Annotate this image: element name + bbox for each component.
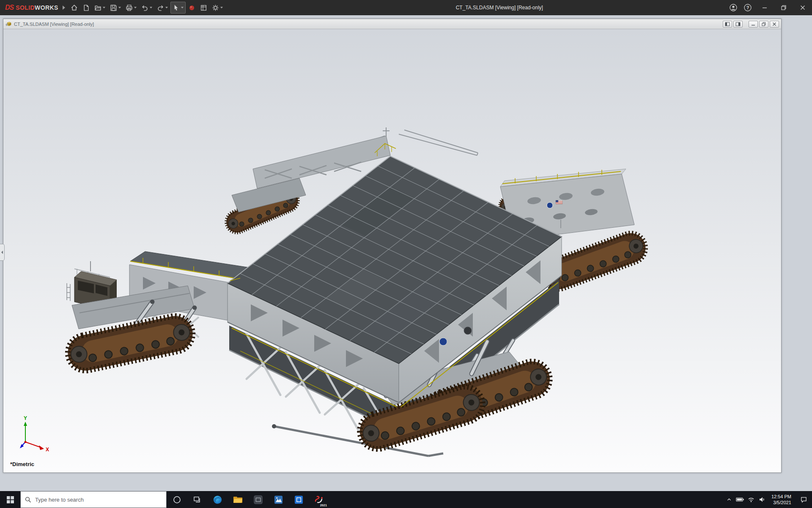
save-icon	[110, 4, 117, 11]
solidworks-app-icon	[314, 494, 324, 505]
volume-status[interactable]	[757, 491, 768, 508]
chevron-up-icon	[726, 497, 732, 502]
new-document-button[interactable]	[80, 2, 92, 14]
home-icon	[71, 4, 78, 11]
triad-x-label: X	[46, 447, 49, 453]
triad-y-label: Y	[24, 415, 27, 421]
sheet-icon	[200, 4, 207, 11]
us-flag	[556, 200, 562, 204]
user-account-icon	[729, 3, 738, 12]
taskbar: 2021 12:54 PM 3/5/2021	[0, 491, 812, 508]
app-photos-button[interactable]	[268, 491, 288, 508]
solidworks-taskbar-button[interactable]: 2021	[309, 491, 329, 508]
app-client-area: CT_TA.SLDASM [Viewing] [Read-only]	[0, 15, 812, 491]
battery-status[interactable]	[735, 491, 746, 508]
restore-button[interactable]	[774, 0, 793, 15]
print-dropdown-caret-icon[interactable]	[134, 7, 137, 8]
desktop: DS SOLIDWORKS	[0, 0, 812, 508]
task-view-button[interactable]	[187, 491, 207, 508]
cortana-icon	[173, 496, 181, 504]
help-button[interactable]: ?	[741, 0, 755, 15]
close-icon	[800, 5, 805, 10]
edge-button[interactable]	[207, 491, 228, 508]
view-orientation-label: *Dimetric	[10, 461, 34, 467]
close-button[interactable]	[793, 0, 812, 15]
child-minimize-button[interactable]	[749, 21, 758, 28]
edge-icon	[213, 495, 222, 505]
app-dark-button[interactable]	[248, 491, 268, 508]
home-button[interactable]	[69, 2, 80, 14]
start-button[interactable]	[0, 491, 20, 508]
graphics-area[interactable]: Y X *Dimetric	[3, 29, 781, 472]
open-dropdown-caret-icon[interactable]	[103, 7, 105, 8]
clock-date: 3/5/2021	[773, 500, 791, 505]
dock-right-icon	[735, 22, 741, 26]
app-blue-button[interactable]	[288, 491, 309, 508]
menu-flyout-arrow-icon[interactable]	[63, 6, 65, 10]
file-explorer-button[interactable]	[228, 491, 248, 508]
titlebar-right-controls: ?	[726, 0, 812, 15]
select-dropdown-caret-icon[interactable]	[181, 7, 184, 8]
options-button[interactable]	[210, 2, 225, 14]
notification-icon	[800, 496, 807, 503]
window-title: CT_TA.SLDASM [Viewing] [Read-only]	[456, 5, 543, 11]
task-view-icon	[193, 496, 201, 504]
undo-dropdown-caret-icon[interactable]	[150, 7, 152, 8]
system-tray: 12:54 PM 3/5/2021	[724, 491, 812, 508]
search-input[interactable]	[35, 497, 162, 503]
evaluate-button[interactable]	[198, 2, 209, 14]
select-button[interactable]	[170, 2, 186, 14]
taskbar-clock[interactable]: 12:54 PM 3/5/2021	[768, 491, 795, 508]
gear-icon	[212, 4, 219, 11]
panel-splitter-handle[interactable]	[0, 244, 5, 261]
child-close-icon	[772, 22, 776, 26]
save-dropdown-caret-icon[interactable]	[118, 7, 121, 8]
app-titlebar: DS SOLIDWORKS	[0, 0, 812, 15]
speaker-icon	[759, 497, 765, 502]
dock-right-button[interactable]	[733, 21, 743, 28]
ds-logo-icon: DS	[5, 4, 14, 11]
document-window: CT_TA.SLDASM [Viewing] [Read-only]	[3, 19, 782, 473]
file-explorer-icon	[233, 495, 243, 504]
child-restore-button[interactable]	[759, 21, 768, 28]
child-close-button[interactable]	[770, 21, 779, 28]
tray-overflow-button[interactable]	[724, 491, 735, 508]
options-dropdown-caret-icon[interactable]	[220, 7, 223, 8]
solidworks-version-badge: 2021	[320, 504, 327, 507]
select-cursor-icon	[173, 4, 180, 11]
action-center-button[interactable]	[795, 491, 812, 508]
3d-viewport[interactable]: Y X *Dimetric	[3, 29, 781, 472]
child-minimize-icon	[751, 22, 755, 26]
undo-button[interactable]	[139, 2, 154, 14]
dock-left-button[interactable]	[723, 21, 732, 28]
open-button[interactable]	[92, 2, 107, 14]
save-button[interactable]	[108, 2, 123, 14]
wifi-icon	[748, 497, 754, 502]
minimize-button[interactable]	[755, 0, 774, 15]
emblem-dark	[464, 327, 472, 334]
document-title: CT_TA.SLDASM [Viewing] [Read-only]	[14, 22, 94, 27]
document-window-titlebar[interactable]: CT_TA.SLDASM [Viewing] [Read-only]	[3, 19, 781, 29]
cortana-button[interactable]	[167, 491, 187, 508]
collapse-arrow-icon	[1, 251, 3, 254]
child-restore-icon	[762, 22, 766, 26]
redo-dropdown-caret-icon[interactable]	[165, 7, 168, 8]
open-folder-icon	[94, 4, 102, 11]
dock-left-icon	[725, 22, 730, 26]
network-status[interactable]	[746, 491, 757, 508]
lifecycle-button[interactable]	[186, 2, 198, 14]
print-button[interactable]	[123, 2, 139, 14]
document-window-buttons	[723, 21, 779, 28]
red-sphere-icon	[188, 4, 195, 11]
battery-icon	[736, 497, 744, 502]
taskbar-search[interactable]	[20, 491, 167, 508]
solidworks-logo: DS SOLIDWORKS	[0, 4, 62, 11]
new-document-icon	[82, 4, 90, 11]
app-blue-icon	[294, 495, 304, 505]
print-icon	[126, 4, 133, 11]
assembly-document-icon	[5, 21, 12, 27]
account-button[interactable]	[726, 0, 741, 15]
redo-button[interactable]	[155, 2, 170, 14]
app-photos-icon	[274, 495, 283, 505]
brand-solid-text: SOLID	[16, 4, 35, 11]
